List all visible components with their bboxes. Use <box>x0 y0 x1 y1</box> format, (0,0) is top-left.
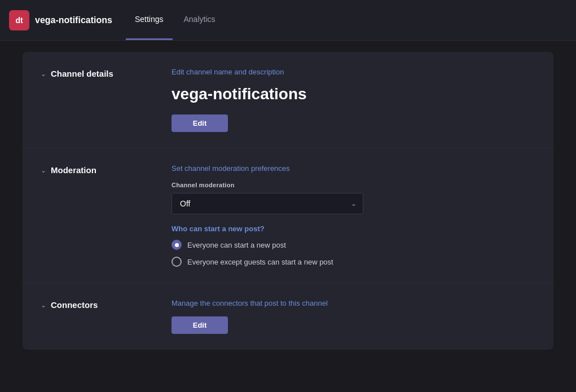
radio-label-everyone: Everyone can start a new post <box>187 241 286 249</box>
moderation-title: Moderation <box>51 165 96 175</box>
section-left-connectors: ⌄ Connectors <box>41 299 153 334</box>
connectors-content: Manage the connectors that post to this … <box>172 299 535 334</box>
section-left-moderation: ⌄ Moderation <box>41 164 153 267</box>
channel-name-header: vega-notifications <box>35 15 112 25</box>
radio-unchecked-icon <box>172 257 182 267</box>
radio-checked-icon <box>172 240 182 250</box>
tab-analytics[interactable]: Analytics <box>175 0 225 40</box>
moderation-content: Set channel moderation preferences Chann… <box>172 164 535 267</box>
section-left-channel-details: ⌄ Channel details <box>41 68 153 132</box>
radio-group: Everyone can start a new post Everyone e… <box>172 240 535 267</box>
channel-details-edit-button[interactable]: Edit <box>172 114 228 132</box>
channel-moderation-label: Channel moderation <box>172 182 535 188</box>
channel-details-title: Channel details <box>51 69 113 78</box>
radio-item-everyone[interactable]: Everyone can start a new post <box>172 240 535 250</box>
channel-details-description: Edit channel name and description <box>172 68 535 76</box>
radio-item-except-guests[interactable]: Everyone except guests can start a new p… <box>172 257 535 267</box>
connectors-description: Manage the connectors that post to this … <box>172 299 535 307</box>
logo-icon: dt <box>9 10 29 30</box>
radio-label-except-guests: Everyone except guests can start a new p… <box>187 258 333 266</box>
tab-settings[interactable]: Settings <box>126 0 173 40</box>
channel-moderation-select[interactable]: Off On <box>172 193 363 214</box>
chevron-down-icon: ⌄ <box>41 70 46 78</box>
channel-display-name: vega-notifications <box>172 85 535 103</box>
channel-details-section: ⌄ Channel details Edit channel name and … <box>23 52 553 148</box>
channel-details-content: Edit channel name and description vega-n… <box>172 68 535 132</box>
chevron-down-icon-moderation: ⌄ <box>41 166 46 174</box>
connectors-title: Connectors <box>51 300 98 310</box>
connectors-section: ⌄ Connectors Manage the connectors that … <box>23 283 553 350</box>
channel-moderation-select-wrapper: Off On ⌄ <box>172 193 363 214</box>
settings-panel: ⌄ Channel details Edit channel name and … <box>23 52 553 350</box>
who-can-label: Who can start a new post? <box>172 224 535 233</box>
header: dt vega-notifications Settings Analytics <box>0 0 576 41</box>
moderation-description: Set channel moderation preferences <box>172 164 535 173</box>
moderation-section: ⌄ Moderation Set channel moderation pref… <box>23 148 553 283</box>
connectors-edit-button[interactable]: Edit <box>172 316 228 334</box>
chevron-down-icon-connectors: ⌄ <box>41 301 46 309</box>
nav-tabs: Settings Analytics <box>126 0 225 40</box>
